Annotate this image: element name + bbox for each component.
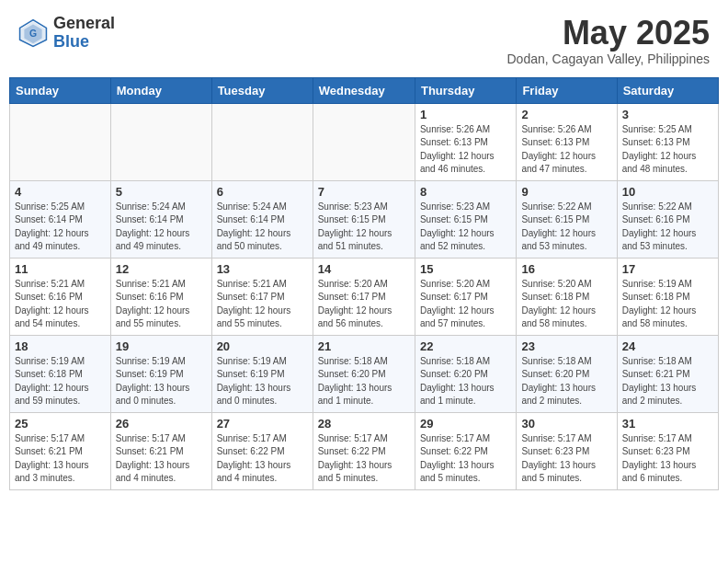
calendar-week-4: 18Sunrise: 5:19 AM Sunset: 6:18 PM Dayli… (10, 335, 719, 412)
day-number: 8 (420, 185, 511, 199)
day-number: 28 (318, 417, 410, 431)
calendar-day: 5Sunrise: 5:24 AM Sunset: 6:14 PM Daylig… (110, 180, 211, 258)
calendar-day: 10Sunrise: 5:22 AM Sunset: 6:16 PM Dayli… (617, 180, 718, 258)
calendar-day: 11Sunrise: 5:21 AM Sunset: 6:16 PM Dayli… (10, 258, 111, 335)
calendar-day: 16Sunrise: 5:20 AM Sunset: 6:18 PM Dayli… (517, 258, 617, 335)
day-info: Sunrise: 5:20 AM Sunset: 6:17 PM Dayligh… (420, 278, 511, 331)
weekday-header-thursday: Thursday (415, 77, 516, 103)
day-info: Sunrise: 5:19 AM Sunset: 6:18 PM Dayligh… (15, 355, 106, 408)
calendar-week-3: 11Sunrise: 5:21 AM Sunset: 6:16 PM Dayli… (10, 258, 719, 335)
logo-general: General (53, 15, 115, 33)
day-number: 30 (521, 417, 611, 431)
day-info: Sunrise: 5:24 AM Sunset: 6:14 PM Dayligh… (116, 201, 207, 254)
day-number: 26 (116, 417, 207, 431)
weekday-header-tuesday: Tuesday (211, 77, 313, 103)
day-info: Sunrise: 5:17 AM Sunset: 6:22 PM Dayligh… (217, 432, 308, 486)
day-info: Sunrise: 5:17 AM Sunset: 6:22 PM Dayligh… (318, 432, 410, 486)
day-number: 19 (116, 339, 207, 353)
day-number: 6 (217, 185, 308, 199)
day-info: Sunrise: 5:23 AM Sunset: 6:15 PM Dayligh… (318, 201, 410, 254)
calendar-day: 20Sunrise: 5:19 AM Sunset: 6:19 PM Dayli… (211, 335, 313, 412)
day-info: Sunrise: 5:17 AM Sunset: 6:22 PM Dayligh… (420, 432, 511, 486)
day-info: Sunrise: 5:26 AM Sunset: 6:13 PM Dayligh… (420, 123, 511, 177)
calendar-day: 13Sunrise: 5:21 AM Sunset: 6:17 PM Dayli… (211, 258, 313, 335)
calendar-day: 30Sunrise: 5:17 AM Sunset: 6:23 PM Dayli… (517, 412, 617, 489)
day-info: Sunrise: 5:21 AM Sunset: 6:16 PM Dayligh… (116, 278, 207, 331)
calendar-day: 6Sunrise: 5:24 AM Sunset: 6:14 PM Daylig… (211, 180, 313, 258)
calendar-day: 1Sunrise: 5:26 AM Sunset: 6:13 PM Daylig… (415, 103, 516, 180)
day-info: Sunrise: 5:20 AM Sunset: 6:17 PM Dayligh… (318, 278, 410, 331)
calendar-day: 18Sunrise: 5:19 AM Sunset: 6:18 PM Dayli… (10, 335, 111, 412)
day-number: 3 (622, 108, 713, 121)
title-area: May 2025 Dodan, Cagayan Valley, Philippi… (506, 15, 710, 66)
logo: G General Blue (18, 15, 115, 52)
calendar-day: 4Sunrise: 5:25 AM Sunset: 6:14 PM Daylig… (10, 180, 111, 258)
day-info: Sunrise: 5:17 AM Sunset: 6:23 PM Dayligh… (521, 432, 611, 486)
calendar-day: 27Sunrise: 5:17 AM Sunset: 6:22 PM Dayli… (211, 412, 313, 489)
day-info: Sunrise: 5:18 AM Sunset: 6:21 PM Dayligh… (622, 355, 713, 408)
calendar-week-5: 25Sunrise: 5:17 AM Sunset: 6:21 PM Dayli… (10, 412, 719, 489)
day-info: Sunrise: 5:22 AM Sunset: 6:16 PM Dayligh… (622, 201, 713, 254)
calendar-day: 28Sunrise: 5:17 AM Sunset: 6:22 PM Dayli… (313, 412, 415, 489)
day-number: 4 (15, 185, 106, 199)
day-number: 31 (622, 417, 713, 431)
calendar-day: 31Sunrise: 5:17 AM Sunset: 6:23 PM Dayli… (617, 412, 718, 489)
day-info: Sunrise: 5:20 AM Sunset: 6:18 PM Dayligh… (521, 278, 611, 331)
calendar-day: 29Sunrise: 5:17 AM Sunset: 6:22 PM Dayli… (415, 412, 516, 489)
day-info: Sunrise: 5:24 AM Sunset: 6:14 PM Dayligh… (217, 201, 308, 254)
day-info: Sunrise: 5:21 AM Sunset: 6:16 PM Dayligh… (15, 278, 106, 331)
calendar-day (313, 103, 415, 180)
logo-icon: G (18, 18, 48, 48)
day-info: Sunrise: 5:18 AM Sunset: 6:20 PM Dayligh… (318, 355, 410, 408)
day-info: Sunrise: 5:19 AM Sunset: 6:19 PM Dayligh… (116, 355, 207, 408)
day-number: 2 (521, 108, 611, 121)
calendar-day (211, 103, 313, 180)
day-info: Sunrise: 5:19 AM Sunset: 6:18 PM Dayligh… (622, 278, 713, 331)
day-info: Sunrise: 5:22 AM Sunset: 6:15 PM Dayligh… (521, 201, 611, 254)
calendar-day: 12Sunrise: 5:21 AM Sunset: 6:16 PM Dayli… (110, 258, 211, 335)
calendar-day: 19Sunrise: 5:19 AM Sunset: 6:19 PM Dayli… (110, 335, 211, 412)
day-number: 11 (15, 262, 106, 276)
calendar-day: 14Sunrise: 5:20 AM Sunset: 6:17 PM Dayli… (313, 258, 415, 335)
day-info: Sunrise: 5:18 AM Sunset: 6:20 PM Dayligh… (521, 355, 611, 408)
calendar-day: 23Sunrise: 5:18 AM Sunset: 6:20 PM Dayli… (517, 335, 617, 412)
day-info: Sunrise: 5:23 AM Sunset: 6:15 PM Dayligh… (420, 201, 511, 254)
day-number: 9 (521, 185, 611, 199)
day-number: 27 (217, 417, 308, 431)
day-number: 24 (622, 339, 713, 353)
calendar-table: SundayMondayTuesdayWednesdayThursdayFrid… (9, 77, 719, 490)
weekday-header-wednesday: Wednesday (313, 77, 415, 103)
weekday-header-saturday: Saturday (617, 77, 718, 103)
day-number: 16 (521, 262, 611, 276)
day-number: 14 (318, 262, 410, 276)
day-info: Sunrise: 5:19 AM Sunset: 6:19 PM Dayligh… (217, 355, 308, 408)
day-number: 25 (15, 417, 106, 431)
day-info: Sunrise: 5:17 AM Sunset: 6:23 PM Dayligh… (622, 432, 713, 486)
month-title: May 2025 (506, 15, 710, 52)
calendar-day: 24Sunrise: 5:18 AM Sunset: 6:21 PM Dayli… (617, 335, 718, 412)
logo-text: General Blue (53, 15, 115, 52)
calendar-day: 22Sunrise: 5:18 AM Sunset: 6:20 PM Dayli… (415, 335, 516, 412)
calendar-day (10, 103, 111, 180)
calendar-day: 7Sunrise: 5:23 AM Sunset: 6:15 PM Daylig… (313, 180, 415, 258)
calendar-week-1: 1Sunrise: 5:26 AM Sunset: 6:13 PM Daylig… (10, 103, 719, 180)
day-number: 22 (420, 339, 511, 353)
calendar-day: 15Sunrise: 5:20 AM Sunset: 6:17 PM Dayli… (415, 258, 516, 335)
calendar-day (110, 103, 211, 180)
calendar-day: 8Sunrise: 5:23 AM Sunset: 6:15 PM Daylig… (415, 180, 516, 258)
day-number: 20 (217, 339, 308, 353)
day-number: 17 (622, 262, 713, 276)
weekday-header-monday: Monday (110, 77, 211, 103)
day-number: 12 (116, 262, 207, 276)
weekday-header-row: SundayMondayTuesdayWednesdayThursdayFrid… (10, 77, 719, 103)
day-number: 1 (420, 108, 511, 121)
day-number: 10 (622, 185, 713, 199)
calendar-day: 9Sunrise: 5:22 AM Sunset: 6:15 PM Daylig… (517, 180, 617, 258)
logo-blue: Blue (53, 33, 115, 52)
page-header: G General Blue May 2025 Dodan, Cagayan V… (0, 0, 728, 70)
calendar-day: 2Sunrise: 5:26 AM Sunset: 6:13 PM Daylig… (517, 103, 617, 180)
day-info: Sunrise: 5:25 AM Sunset: 6:13 PM Dayligh… (622, 123, 713, 177)
calendar-day: 25Sunrise: 5:17 AM Sunset: 6:21 PM Dayli… (10, 412, 111, 489)
calendar-day: 26Sunrise: 5:17 AM Sunset: 6:21 PM Dayli… (110, 412, 211, 489)
day-info: Sunrise: 5:17 AM Sunset: 6:21 PM Dayligh… (116, 432, 207, 486)
